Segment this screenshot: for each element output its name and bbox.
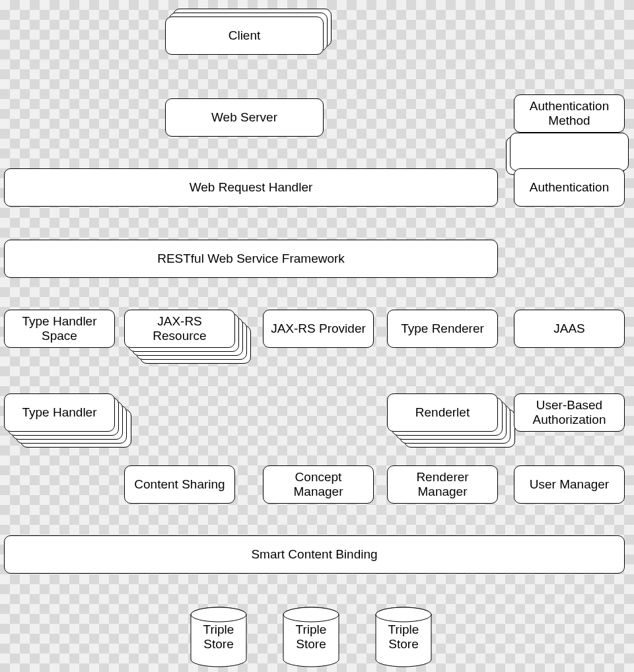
svg-point-5 <box>376 607 431 622</box>
svg-point-1 <box>191 607 246 622</box>
node-content-sharing: Content Sharing <box>124 465 235 504</box>
node-type-handler: Type Handler <box>4 393 115 432</box>
node-triple-store-3: Triple Store <box>375 607 432 667</box>
node-jaas: JAAS <box>514 310 625 348</box>
node-type-renderer: Type Renderer <box>387 310 498 348</box>
node-user-based-authorization: User-Based Authorization <box>514 393 625 432</box>
node-jaxrs-resource: JAX-RS Resource <box>124 310 235 348</box>
architecture-diagram: Client Web Server Authentication Method … <box>0 0 634 672</box>
cylinder-label: Triple Store <box>375 622 432 652</box>
cylinder-label: Triple Store <box>283 622 339 652</box>
node-triple-store-2: Triple Store <box>283 607 339 667</box>
cylinder-label: Triple Store <box>190 622 247 652</box>
node-web-server: Web Server <box>165 98 324 137</box>
svg-point-3 <box>283 607 339 622</box>
node-triple-store-1: Triple Store <box>190 607 247 667</box>
node-restful-framework: RESTful Web Service Framework <box>4 240 498 278</box>
node-user-manager: User Manager <box>514 465 625 504</box>
node-smart-content-binding: Smart Content Binding <box>4 535 625 574</box>
node-renderer-manager: Renderer Manager <box>387 465 498 504</box>
node-type-handler-space: Type Handler Space <box>4 310 115 348</box>
node-renderlet: Renderlet <box>387 393 498 432</box>
node-client: Client <box>165 17 324 55</box>
node-web-request-handler: Web Request Handler <box>4 168 498 207</box>
stack-layer <box>510 133 629 171</box>
node-authentication: Authentication <box>514 168 625 207</box>
node-jaxrs-provider: JAX-RS Provider <box>263 310 374 348</box>
node-auth-method: Authentication Method <box>514 94 625 133</box>
node-concept-manager: Concept Manager <box>263 465 374 504</box>
